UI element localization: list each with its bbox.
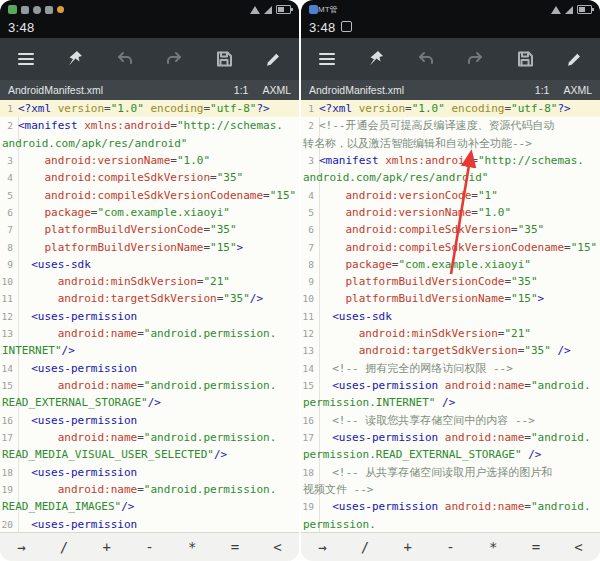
- code-line[interactable]: 2<!--开通会员可提高反编译速度、资源代码自动: [301, 117, 600, 134]
- line-number: 9: [0, 256, 13, 273]
- redo-button[interactable]: [162, 47, 186, 71]
- edit-icon: [263, 49, 283, 69]
- code-line[interactable]: 12 android:minSdkVersion="21": [301, 325, 600, 342]
- quick-symbol-key[interactable]: *: [182, 539, 202, 555]
- line-number: 10: [0, 273, 13, 290]
- code-line[interactable]: READ_EXTERNAL_STORAGE"/>: [0, 394, 299, 411]
- line-number: 11: [0, 290, 13, 307]
- quick-symbol-key[interactable]: +: [97, 539, 117, 555]
- line-number: 12: [0, 308, 13, 325]
- save-button[interactable]: [513, 47, 537, 71]
- code-line[interactable]: 19 <uses-permission android:name="androi…: [301, 498, 600, 515]
- code-line[interactable]: 1<?xml version="1.0" encoding="utf-8"?>: [0, 100, 299, 117]
- code-line[interactable]: 3<manifest xmlns:android="http://schemas…: [301, 152, 600, 169]
- quick-symbol-key[interactable]: <: [267, 539, 287, 555]
- code-line[interactable]: 10 android:minSdkVersion="21": [0, 273, 299, 290]
- code-line[interactable]: 10 platformBuildVersionName="15">: [301, 290, 600, 307]
- code-line[interactable]: 6 package="com.example.xiaoyi": [0, 204, 299, 221]
- code-line[interactable]: 6 android:compileSdkVersion="35": [301, 221, 600, 238]
- code-line[interactable]: 3 android:versionName="1.0": [0, 152, 299, 169]
- quick-symbol-key[interactable]: →: [312, 539, 332, 555]
- code-line[interactable]: 8 package="com.example.xiaoyi": [301, 256, 600, 273]
- save-button[interactable]: [212, 47, 236, 71]
- line-number: 18: [301, 464, 314, 481]
- code-line[interactable]: 11 android:targetSdkVersion="35"/>: [0, 290, 299, 307]
- code-line[interactable]: 14 <!-- 拥有完全的网络访问权限 -->: [301, 360, 600, 377]
- undo-button[interactable]: [113, 47, 137, 71]
- code-line[interactable]: 转名称，以及激活智能编辑和自动补全功能-->: [301, 135, 600, 152]
- line-number: 13: [0, 325, 13, 342]
- code-line[interactable]: 20 <uses-permission: [0, 516, 299, 533]
- quick-symbol-key[interactable]: /: [355, 539, 375, 555]
- code-line[interactable]: 16 <uses-permission: [0, 412, 299, 429]
- code-line[interactable]: 4 android:versionCode="1": [301, 187, 600, 204]
- line-number: 18: [0, 464, 13, 481]
- code-line[interactable]: 12 <uses-permission: [0, 308, 299, 325]
- code-line[interactable]: 9 platformBuildVersionCode="35": [301, 273, 600, 290]
- code-line[interactable]: 15 <uses-permission android:name="androi…: [301, 377, 600, 394]
- code-line[interactable]: 18 <uses-permission: [0, 464, 299, 481]
- code-line[interactable]: READ_MEDIA_IMAGES"/>: [0, 498, 299, 515]
- code-line[interactable]: android.com/apk/res/android": [0, 135, 299, 152]
- cursor-position: 1:1: [234, 84, 249, 96]
- editor-toolbar-left: [0, 38, 299, 80]
- code-line[interactable]: 13 android:targetSdkVersion="35" />: [301, 342, 600, 359]
- code-line[interactable]: 2<manifest xmlns:android="http://schemas…: [0, 117, 299, 134]
- code-line[interactable]: INTERNET"/>: [0, 342, 299, 359]
- quick-symbol-key[interactable]: -: [139, 539, 159, 555]
- code-line[interactable]: 15 android:name="android.permission.: [0, 377, 299, 394]
- code-line[interactable]: 5 android:compileSdkVersionCodename="15": [0, 187, 299, 204]
- code-editor-right[interactable]: 1<?xml version="1.0" encoding="utf-8"?>2…: [301, 100, 600, 532]
- pin-icon: [65, 49, 85, 69]
- edit-button[interactable]: [562, 47, 586, 71]
- code-line[interactable]: 4 android:compileSdkVersion="35": [0, 169, 299, 186]
- line-number: 5: [301, 204, 314, 221]
- quick-symbol-key[interactable]: *: [483, 539, 503, 555]
- quick-symbol-key[interactable]: =: [526, 539, 546, 555]
- menu-button[interactable]: [14, 47, 38, 71]
- code-line[interactable]: 11 <uses-sdk: [301, 308, 600, 325]
- save-icon: [515, 49, 535, 69]
- edit-button[interactable]: [261, 47, 285, 71]
- menu-button[interactable]: [315, 47, 339, 71]
- code-line[interactable]: 13 android:name="android.permission.: [0, 325, 299, 342]
- code-line[interactable]: 17 <uses-permission android:name="androi…: [301, 429, 600, 446]
- code-line[interactable]: 7 android:compileSdkVersionCodename="15": [301, 239, 600, 256]
- code-line[interactable]: 16 <!-- 读取您共享存储空间中的内容 -->: [301, 412, 600, 429]
- line-number: 17: [301, 429, 314, 446]
- blue-app-icon: [309, 5, 318, 14]
- quick-symbol-key[interactable]: +: [398, 539, 418, 555]
- left-phone-screenshot: 3:48 AndroidManifest.xml 1:1 AXML 1<?xml…: [0, 0, 299, 561]
- code-line[interactable]: 1<?xml version="1.0" encoding="utf-8"?>: [301, 100, 600, 117]
- file-bar-right: AndroidManifest.xml 1:1 AXML: [301, 80, 600, 100]
- code-line[interactable]: 视频文件 -->: [301, 481, 600, 498]
- line-number: 15: [301, 377, 314, 394]
- code-line[interactable]: 5 android:versionName="1.0": [301, 204, 600, 221]
- code-line[interactable]: 8 platformBuildVersionName="15">: [0, 239, 299, 256]
- code-editor-left[interactable]: 1<?xml version="1.0" encoding="utf-8"?>2…: [0, 100, 299, 532]
- code-line[interactable]: permission.: [301, 516, 600, 533]
- line-number: 14: [0, 360, 13, 377]
- pin-button[interactable]: [63, 47, 87, 71]
- code-line[interactable]: android.com/apk/res/android": [301, 169, 600, 186]
- status-time: 3:48: [309, 20, 336, 35]
- code-line[interactable]: 14 <uses-permission: [0, 360, 299, 377]
- code-line[interactable]: permission.READ_EXTERNAL_STORAGE" />: [301, 446, 600, 463]
- quick-symbol-key[interactable]: -: [440, 539, 460, 555]
- code-line[interactable]: 7 platformBuildVersionCode="35": [0, 221, 299, 238]
- quick-symbol-key[interactable]: →: [11, 539, 31, 555]
- edit-icon: [564, 49, 584, 69]
- code-line[interactable]: permission.INTERNET" />: [301, 394, 600, 411]
- code-line[interactable]: 9 <uses-sdk: [0, 256, 299, 273]
- code-line[interactable]: 19 android:name="android.permission.: [0, 481, 299, 498]
- pin-button[interactable]: [364, 47, 388, 71]
- quick-symbol-key[interactable]: <: [568, 539, 588, 555]
- redo-button[interactable]: [463, 47, 487, 71]
- code-line[interactable]: READ_MEDIA_VISUAL_USER_SELECTED"/>: [0, 446, 299, 463]
- undo-button[interactable]: [414, 47, 438, 71]
- quick-symbol-key[interactable]: =: [225, 539, 245, 555]
- code-line[interactable]: 17 android:name="android.permission.: [0, 429, 299, 446]
- line-number: 16: [301, 412, 314, 429]
- code-line[interactable]: 18 <!-- 从共享存储空间读取用户选择的图片和: [301, 464, 600, 481]
- quick-symbol-key[interactable]: /: [54, 539, 74, 555]
